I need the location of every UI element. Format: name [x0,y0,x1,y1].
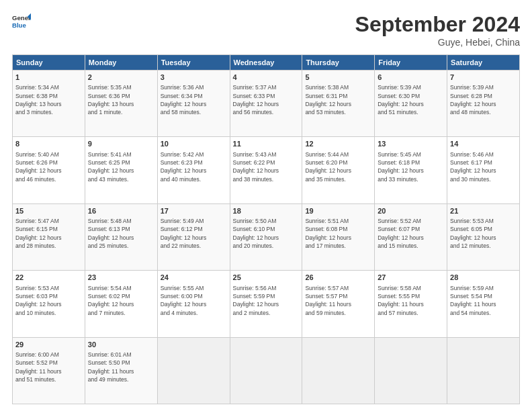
table-row: 20Sunrise: 5:52 AM Sunset: 6:07 PM Dayli… [375,203,447,270]
table-row: 29Sunrise: 6:00 AM Sunset: 5:52 PM Dayli… [13,337,85,404]
table-row [157,337,230,404]
table-row: 26Sunrise: 5:57 AM Sunset: 5:57 PM Dayli… [302,271,375,337]
table-row [302,337,375,404]
col-friday: Friday [375,55,447,71]
col-thursday: Thursday [302,55,375,71]
day-detail: Sunrise: 5:51 AM Sunset: 6:08 PM Dayligh… [305,217,371,250]
calendar-week-5: 29Sunrise: 6:00 AM Sunset: 5:52 PM Dayli… [13,337,520,404]
day-detail: Sunrise: 5:53 AM Sunset: 6:03 PM Dayligh… [15,284,82,317]
day-number: 12 [305,139,371,149]
table-row: 3Sunrise: 5:36 AM Sunset: 6:34 PM Daylig… [157,71,230,137]
subtitle: Guye, Hebei, China [355,37,520,48]
day-number: 24 [161,273,227,283]
table-row [375,337,447,404]
col-saturday: Saturday [447,55,520,71]
table-row: 14Sunrise: 5:46 AM Sunset: 6:17 PM Dayli… [447,137,520,203]
table-row: 15Sunrise: 5:47 AM Sunset: 6:15 PM Dayli… [13,203,85,270]
day-number: 26 [305,273,371,283]
day-detail: Sunrise: 5:44 AM Sunset: 6:20 PM Dayligh… [305,150,371,183]
day-number: 11 [233,139,300,149]
day-detail: Sunrise: 5:37 AM Sunset: 6:33 PM Dayligh… [233,83,300,116]
day-number: 13 [378,139,444,149]
table-row: 4Sunrise: 5:37 AM Sunset: 6:33 PM Daylig… [230,71,302,137]
day-detail: Sunrise: 5:36 AM Sunset: 6:34 PM Dayligh… [161,83,227,116]
day-number: 21 [450,206,517,216]
day-detail: Sunrise: 6:00 AM Sunset: 5:52 PM Dayligh… [15,351,82,383]
day-number: 14 [450,139,517,149]
calendar-week-3: 15Sunrise: 5:47 AM Sunset: 6:15 PM Dayli… [13,203,520,270]
day-detail: Sunrise: 5:39 AM Sunset: 6:30 PM Dayligh… [378,83,444,116]
day-number: 16 [88,206,154,216]
day-number: 30 [88,340,154,350]
day-detail: Sunrise: 6:01 AM Sunset: 5:50 PM Dayligh… [88,351,154,383]
table-row: 28Sunrise: 5:59 AM Sunset: 5:54 PM Dayli… [447,271,520,337]
day-number: 25 [233,273,300,283]
day-number: 1 [15,73,82,83]
title-block: September 2024 Guye, Hebei, China [355,12,520,48]
day-number: 18 [233,206,300,216]
table-row: 1Sunrise: 5:34 AM Sunset: 6:38 PM Daylig… [13,71,85,137]
day-number: 6 [378,73,444,83]
table-row: 16Sunrise: 5:48 AM Sunset: 6:13 PM Dayli… [85,203,157,270]
day-number: 8 [15,139,82,149]
day-number: 29 [15,340,82,350]
table-row: 6Sunrise: 5:39 AM Sunset: 6:30 PM Daylig… [375,71,447,137]
day-number: 27 [378,273,444,283]
day-detail: Sunrise: 5:45 AM Sunset: 6:18 PM Dayligh… [378,150,444,183]
day-number: 5 [305,73,371,83]
day-number: 7 [450,73,517,83]
svg-text:Blue: Blue [12,21,26,29]
day-detail: Sunrise: 5:38 AM Sunset: 6:31 PM Dayligh… [305,83,371,116]
day-detail: Sunrise: 5:48 AM Sunset: 6:13 PM Dayligh… [88,217,154,250]
day-detail: Sunrise: 5:49 AM Sunset: 6:12 PM Dayligh… [161,217,227,250]
day-detail: Sunrise: 5:58 AM Sunset: 5:55 PM Dayligh… [378,284,444,317]
day-detail: Sunrise: 5:55 AM Sunset: 6:00 PM Dayligh… [161,284,227,317]
day-detail: Sunrise: 5:43 AM Sunset: 6:22 PM Dayligh… [233,150,300,183]
table-row: 9Sunrise: 5:41 AM Sunset: 6:25 PM Daylig… [85,137,157,203]
day-detail: Sunrise: 5:41 AM Sunset: 6:25 PM Dayligh… [88,150,154,183]
day-number: 3 [161,73,227,83]
page: General Blue September 2024 Guye, Hebei,… [0,0,532,411]
logo-icon: General Blue [12,12,31,31]
day-number: 2 [88,73,154,83]
day-detail: Sunrise: 5:50 AM Sunset: 6:10 PM Dayligh… [233,217,300,250]
col-tuesday: Tuesday [157,55,230,71]
table-row: 8Sunrise: 5:40 AM Sunset: 6:26 PM Daylig… [13,137,85,203]
table-row: 27Sunrise: 5:58 AM Sunset: 5:55 PM Dayli… [375,271,447,337]
svg-text:General: General [12,14,31,21]
logo: General Blue [12,12,31,31]
table-row: 24Sunrise: 5:55 AM Sunset: 6:00 PM Dayli… [157,271,230,337]
col-sunday: Sunday [13,55,85,71]
day-number: 19 [305,206,371,216]
day-detail: Sunrise: 5:53 AM Sunset: 6:05 PM Dayligh… [450,217,517,250]
day-detail: Sunrise: 5:46 AM Sunset: 6:17 PM Dayligh… [450,150,517,183]
header: General Blue September 2024 Guye, Hebei,… [12,12,520,48]
table-row: 11Sunrise: 5:43 AM Sunset: 6:22 PM Dayli… [230,137,302,203]
day-number: 10 [161,139,227,149]
table-row: 17Sunrise: 5:49 AM Sunset: 6:12 PM Dayli… [157,203,230,270]
calendar-week-2: 8Sunrise: 5:40 AM Sunset: 6:26 PM Daylig… [13,137,520,203]
day-detail: Sunrise: 5:57 AM Sunset: 5:57 PM Dayligh… [305,284,371,317]
day-detail: Sunrise: 5:47 AM Sunset: 6:15 PM Dayligh… [15,217,82,250]
table-row: 21Sunrise: 5:53 AM Sunset: 6:05 PM Dayli… [447,203,520,270]
day-detail: Sunrise: 5:59 AM Sunset: 5:54 PM Dayligh… [450,284,517,317]
table-row: 25Sunrise: 5:56 AM Sunset: 5:59 PM Dayli… [230,271,302,337]
table-row [447,337,520,404]
table-row: 22Sunrise: 5:53 AM Sunset: 6:03 PM Dayli… [13,271,85,337]
month-title: September 2024 [355,12,520,37]
calendar-table: Sunday Monday Tuesday Wednesday Thursday… [12,54,520,404]
day-number: 9 [88,139,154,149]
day-number: 28 [450,273,517,283]
table-row: 19Sunrise: 5:51 AM Sunset: 6:08 PM Dayli… [302,203,375,270]
day-detail: Sunrise: 5:54 AM Sunset: 6:02 PM Dayligh… [88,284,154,317]
day-detail: Sunrise: 5:40 AM Sunset: 6:26 PM Dayligh… [15,150,82,183]
table-row: 2Sunrise: 5:35 AM Sunset: 6:36 PM Daylig… [85,71,157,137]
day-number: 23 [88,273,154,283]
day-number: 4 [233,73,300,83]
day-detail: Sunrise: 5:35 AM Sunset: 6:36 PM Dayligh… [88,83,154,116]
calendar-week-4: 22Sunrise: 5:53 AM Sunset: 6:03 PM Dayli… [13,271,520,337]
table-row: 13Sunrise: 5:45 AM Sunset: 6:18 PM Dayli… [375,137,447,203]
table-row [230,337,302,404]
table-row: 30Sunrise: 6:01 AM Sunset: 5:50 PM Dayli… [85,337,157,404]
table-row: 23Sunrise: 5:54 AM Sunset: 6:02 PM Dayli… [85,271,157,337]
